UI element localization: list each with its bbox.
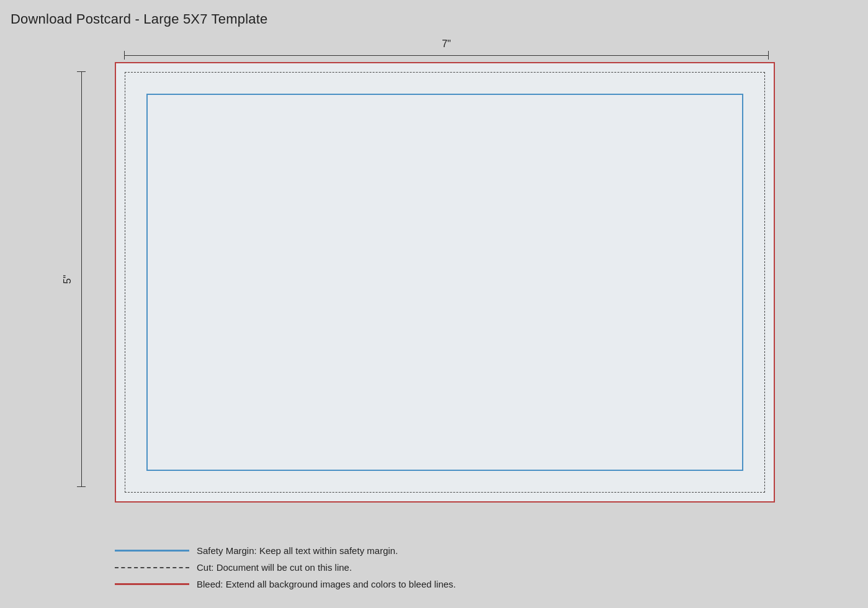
dimension-horizontal-label: 7" [442,38,451,50]
dimension-vertical: 5" [62,71,86,487]
legend: Safety Margin: Keep all text within safe… [115,545,456,589]
cut-border [125,72,765,493]
bleed-border [115,62,775,503]
legend-item-bleed: Bleed: Extend all background images and … [115,579,456,589]
legend-item-safety: Safety Margin: Keep all text within safe… [115,545,456,556]
legend-item-cut: Cut: Document will be cut on this line. [115,562,456,573]
legend-line-safety-icon [115,550,189,552]
postcard-template [115,62,775,503]
dimension-vertical-line [77,71,86,487]
page-title: Download Postcard - Large 5X7 Template [11,11,267,27]
dimension-vertical-label: 5" [62,275,73,284]
dimension-horizontal: 7" [124,38,769,60]
legend-cut-label: Cut: Document will be cut on this line. [197,562,352,573]
dimension-horizontal-line [124,51,769,60]
legend-bleed-label: Bleed: Extend all background images and … [197,579,456,589]
legend-line-bleed-icon [115,583,189,585]
legend-safety-label: Safety Margin: Keep all text within safe… [197,545,398,556]
safety-border [146,94,743,471]
legend-line-cut-icon [115,567,189,568]
